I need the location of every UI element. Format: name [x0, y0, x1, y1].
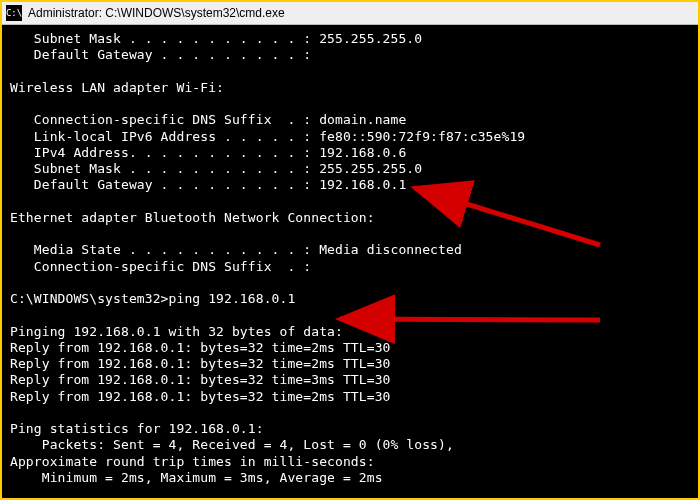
terminal-line	[10, 405, 690, 421]
terminal-output[interactable]: Subnet Mask . . . . . . . . . . . : 255.…	[2, 25, 698, 494]
terminal-line: C:\WINDOWS\system32>ping 192.168.0.1	[10, 291, 690, 307]
terminal-line	[10, 307, 690, 323]
terminal-line: Packets: Sent = 4, Received = 4, Lost = …	[10, 437, 690, 453]
terminal-line: Reply from 192.168.0.1: bytes=32 time=2m…	[10, 389, 690, 405]
terminal-line: Subnet Mask . . . . . . . . . . . : 255.…	[10, 161, 690, 177]
window-title: Administrator: C:\WINDOWS\system32\cmd.e…	[28, 6, 285, 20]
terminal-line: Connection-specific DNS Suffix . : domai…	[10, 112, 690, 128]
terminal-line: Ping statistics for 192.168.0.1:	[10, 421, 690, 437]
terminal-line	[10, 96, 690, 112]
terminal-line: Wireless LAN adapter Wi-Fi:	[10, 80, 690, 96]
terminal-line: Reply from 192.168.0.1: bytes=32 time=2m…	[10, 356, 690, 372]
terminal-line	[10, 64, 690, 80]
terminal-line: Pinging 192.168.0.1 with 32 bytes of dat…	[10, 324, 690, 340]
terminal-line	[10, 275, 690, 291]
terminal-line: Minimum = 2ms, Maximum = 3ms, Average = …	[10, 470, 690, 486]
cmd-window: C:\ Administrator: C:\WINDOWS\system32\c…	[0, 0, 700, 500]
terminal-line: Connection-specific DNS Suffix . :	[10, 259, 690, 275]
terminal-line: Reply from 192.168.0.1: bytes=32 time=3m…	[10, 372, 690, 388]
terminal-line: Default Gateway . . . . . . . . . : 192.…	[10, 177, 690, 193]
cmd-icon: C:\	[6, 5, 22, 21]
titlebar[interactable]: C:\ Administrator: C:\WINDOWS\system32\c…	[2, 2, 698, 25]
terminal-line: Link-local IPv6 Address . . . . . : fe80…	[10, 129, 690, 145]
terminal-line	[10, 226, 690, 242]
terminal-line: IPv4 Address. . . . . . . . . . . : 192.…	[10, 145, 690, 161]
terminal-line: Default Gateway . . . . . . . . . :	[10, 47, 690, 63]
terminal-line: Reply from 192.168.0.1: bytes=32 time=2m…	[10, 340, 690, 356]
terminal-line: Approximate round trip times in milli-se…	[10, 454, 690, 470]
terminal-line: Media State . . . . . . . . . . . : Medi…	[10, 242, 690, 258]
terminal-line: Subnet Mask . . . . . . . . . . . : 255.…	[10, 31, 690, 47]
terminal-line: Ethernet adapter Bluetooth Network Conne…	[10, 210, 690, 226]
terminal-line	[10, 194, 690, 210]
